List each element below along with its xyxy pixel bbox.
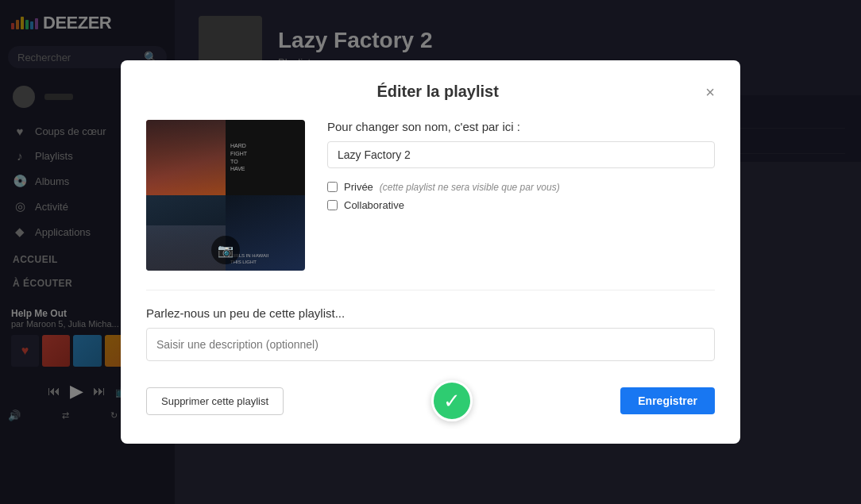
modal-body: HARDFIGHTTOHAVE GIRLS IN HAWAIITHIS LIGH… bbox=[175, 120, 715, 271]
main-content: Lazy Factory 2 Playlist • ... 47 ♥ This … bbox=[175, 0, 861, 504]
description-section: Parlez-nous un peu de cette playlist... bbox=[175, 290, 715, 361]
modal-title: Éditer la playlist bbox=[175, 83, 705, 101]
confirm-badge: ✓ bbox=[431, 380, 473, 421]
collaborative-checkbox[interactable] bbox=[327, 200, 338, 210]
private-checkbox[interactable] bbox=[327, 182, 338, 192]
cover-quadrant-2: HARDFIGHTTOHAVE bbox=[226, 120, 305, 195]
cover-quadrant-1 bbox=[175, 120, 226, 195]
private-label: Privée bbox=[344, 181, 373, 193]
cover-quadrant-4: GIRLS IN HAWAIITHIS LIGHT bbox=[226, 195, 305, 271]
cover-area: HARDFIGHTTOHAVE GIRLS IN HAWAIITHIS LIGH… bbox=[175, 120, 305, 271]
collaborative-checkbox-row: Collaborative bbox=[327, 199, 715, 211]
description-input[interactable] bbox=[175, 328, 715, 361]
modal-form: Pour changer son nom, c'est par ici : Pr… bbox=[327, 120, 715, 271]
collaborative-label: Collaborative bbox=[344, 199, 404, 211]
private-checkbox-row: Privée (cette playlist ne sera visible q… bbox=[327, 181, 715, 193]
modal-overlay: Éditer la playlist × HARDFIGHTTOHAVE bbox=[175, 0, 861, 504]
private-hint: (cette playlist ne sera visible que par … bbox=[380, 182, 560, 193]
playlist-cover: HARDFIGHTTOHAVE GIRLS IN HAWAIITHIS LIGH… bbox=[175, 120, 305, 271]
modal-footer: Supprimer cette playlist ✓ Enregistrer bbox=[175, 380, 715, 421]
camera-button[interactable]: 📷 bbox=[211, 236, 240, 264]
save-button[interactable]: Enregistrer bbox=[620, 387, 715, 414]
edit-playlist-modal: Éditer la playlist × HARDFIGHTTOHAVE bbox=[175, 60, 740, 444]
modal-header: Éditer la playlist × bbox=[175, 83, 715, 101]
delete-playlist-button[interactable]: Supprimer cette playlist bbox=[175, 387, 284, 415]
playlist-name-input[interactable] bbox=[327, 141, 715, 168]
close-button[interactable]: × bbox=[705, 84, 715, 100]
name-label: Pour changer son nom, c'est par ici : bbox=[327, 120, 715, 133]
description-label: Parlez-nous un peu de cette playlist... bbox=[175, 306, 715, 320]
